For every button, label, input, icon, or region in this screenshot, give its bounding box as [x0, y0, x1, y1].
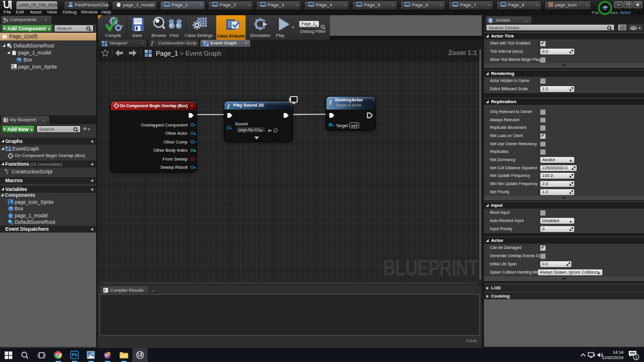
svg-text:f: f	[227, 103, 230, 109]
svg-text:f: f	[6, 169, 9, 175]
svg-text:1: 1	[635, 355, 638, 359]
svg-text:f: f	[329, 98, 332, 105]
svg-text:f: f	[151, 40, 154, 46]
